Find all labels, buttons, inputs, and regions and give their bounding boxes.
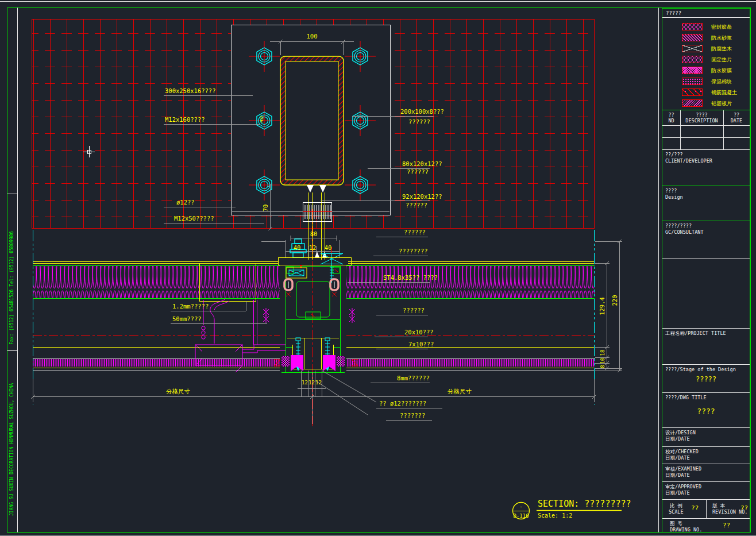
label-note4: ???????	[400, 412, 425, 419]
company-fax-tel: Fax: (0512) 65481526 Tel: (0512) 6580998…	[9, 232, 14, 345]
legend-swatch-checker	[682, 23, 703, 30]
dwg-title-section: ????/DWG TITLE ????	[662, 392, 750, 427]
label-embed-rebar: ?? ø12???????	[379, 400, 426, 407]
legend-swatch-dots	[682, 78, 703, 85]
rev-col-no: ??ND	[662, 112, 680, 124]
legend-label: 防水砂浆	[711, 34, 732, 42]
dim-129: 129.4	[599, 297, 605, 315]
legend-label: 保温棉块	[711, 78, 732, 86]
company-name: JIANG SU SUXIN DECORATION HONMURAL SUZHO…	[9, 383, 14, 516]
dim-18: 18	[600, 350, 605, 356]
sealant-block	[291, 355, 303, 371]
label-m12x160: M12x160????	[165, 116, 205, 123]
label-dia12: ø12??	[176, 199, 195, 206]
legend-swatch-concrete	[682, 88, 703, 96]
label-sealant8mm: 8mm??????	[397, 375, 430, 381]
detail-mark-number: D-110	[513, 513, 529, 519]
scale-value: ??	[691, 504, 699, 512]
grid-size-label-right: 分格尺寸	[448, 388, 472, 395]
label-screw-st48: ST4.8x35?? ????	[383, 274, 438, 281]
label-note3: ??????	[403, 307, 425, 314]
dim-12a: 12	[302, 380, 308, 385]
label-sheet12mm: 1.2mm?????	[172, 303, 209, 310]
sign-row-examined: 审核/EXAMINED日期/DATE	[662, 464, 750, 481]
section-scale-text: Scale: 1:2	[538, 512, 572, 519]
consultant-section: ????/????GC/CONSULTANT	[662, 221, 750, 259]
gasket	[289, 270, 304, 276]
cad-sheet: M12 100	[0, 0, 756, 536]
sealant-block	[323, 355, 335, 371]
drawing-no-row: 图 号DRAWING NO. ??	[662, 518, 750, 532]
grid-size-label-left: 分格尺寸	[166, 388, 191, 395]
project-title-section: 工程名称/PROJECT TITLE	[662, 328, 750, 364]
scale-revision-row: 比 例SCALE ?? 版 本REVISION NO. ??	[662, 499, 750, 518]
pressure-clips	[284, 279, 338, 290]
dim-80: 80	[310, 230, 318, 237]
label-plate80-sub: ??????	[407, 168, 429, 175]
stage-value: ?????	[662, 375, 750, 383]
dim-12b: 12	[308, 380, 315, 385]
revision-value: ??	[740, 504, 748, 512]
legend-swatch-mesh	[682, 67, 703, 74]
dwg-value: ????	[662, 407, 750, 415]
section-bands	[33, 209, 595, 426]
legend: ????? 密封胶条 防水砂浆 防腐垫木 固定垫片 防水胶膜 保温棉块 钢筋混凝…	[662, 9, 750, 110]
label-note1: ??????	[404, 229, 426, 236]
backer-rod	[337, 356, 345, 367]
label-plate80: 80x120x12??	[402, 160, 442, 167]
sign-row-design: 设计/DESIGN日期/DATE	[662, 427, 750, 446]
legend-swatch-zigzag	[682, 99, 703, 107]
legend-label: 固定垫片	[711, 56, 732, 64]
legend-label: 铝塑板片	[711, 100, 732, 107]
label-plate200-sub: ??????	[408, 118, 430, 125]
fastener-cluster	[263, 308, 355, 323]
dim-12: 12	[309, 244, 317, 251]
panel-hatch	[346, 359, 595, 367]
insulation-hatch	[33, 266, 280, 298]
dim-12c: 12	[315, 380, 322, 385]
label-note2: ????????	[399, 248, 428, 254]
stage-section: ????/Stage of the Design ?????	[662, 364, 750, 392]
section-title: - D-110 SECTION: ????????? Scale: 1:2	[513, 499, 631, 519]
legend-title: ?????	[662, 9, 750, 18]
dim-70: 70	[262, 205, 269, 212]
label-plate300: 300x250x16????	[165, 87, 216, 94]
client-section: ??/???CLIENT/DEVELOPER	[662, 149, 750, 186]
revision-table: ??ND ????DESCRIPTION ??DATE	[662, 110, 750, 149]
drawing-canvas[interactable]: M12 100	[0, 0, 756, 536]
title-block: ????? 密封胶条 防水砂浆 防腐垫木 固定垫片 防水胶膜 保温棉块 钢筋混凝…	[662, 8, 750, 533]
dim-40b: 40	[325, 244, 332, 251]
backer-rod	[281, 356, 290, 367]
drawing-no-value: ??	[723, 522, 730, 529]
legend-label: 密封胶条	[711, 24, 732, 31]
sign-row-approved: 审定/APPROVED日期/DATE	[662, 481, 750, 499]
label-m12x50: M12x50?????	[174, 215, 214, 222]
blank-section	[662, 259, 750, 328]
label-insulation50: 50mm????	[172, 315, 202, 322]
detail-mark-top: -	[519, 503, 523, 510]
dims-bottom: 12 12 12 分格尺寸 分格尺寸	[31, 371, 596, 424]
section-title-text: SECTION: ?????????	[538, 499, 631, 509]
label-plate92-sub: ??????	[406, 202, 427, 209]
label-gasket20x10: 20x10???	[404, 329, 434, 336]
dim-8: 8	[600, 365, 605, 368]
dim-40a: 40	[294, 244, 301, 251]
design-section: ????Design	[662, 186, 750, 221]
label-plate200: 200x100x8???	[400, 108, 444, 115]
rev-col-desc: ????DESCRIPTION	[680, 112, 723, 124]
dim-220: 220	[611, 295, 618, 306]
legend-swatch-rings	[682, 56, 703, 63]
sign-row-checked: 校对/CHECKED日期/DATE	[662, 446, 750, 464]
label-plate92: 92x120x12??	[402, 193, 442, 200]
legend-label: 防水胶膜	[711, 67, 732, 75]
mullion-assembly	[261, 236, 355, 373]
dim-10: 10	[600, 358, 605, 364]
bolt-small-label: M12	[260, 115, 264, 122]
dims-right: 129.4 220 18 10 8	[595, 240, 622, 372]
rev-col-date: ??DATE	[723, 112, 750, 124]
legend-swatch-diagonal	[682, 34, 703, 41]
label-gasket7x10: 7x10???	[408, 341, 434, 348]
dim-100: 100	[307, 33, 318, 40]
legend-label: 钢筋混凝土	[711, 89, 737, 97]
legend-swatch-cross	[682, 45, 703, 52]
